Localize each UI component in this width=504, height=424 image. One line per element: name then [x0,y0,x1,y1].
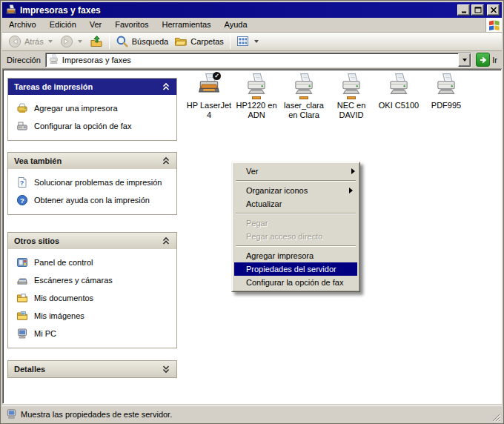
printer-pdf995[interactable]: PDF995 [422,73,470,120]
windows-flag-icon [488,19,501,32]
up-button[interactable] [87,33,106,50]
context-menu-item-agregar-impresora[interactable]: Agregar impresora [234,249,357,262]
printer-icon [244,73,269,98]
link-my-documents[interactable]: Mis documentos [8,289,176,307]
fax-icon [16,120,28,132]
default-printer-badge-icon: ✓ [213,72,221,80]
context-menu-item-pegar: Pegar [234,216,357,230]
shared-printer-base-icon [347,96,356,99]
panel-print-tasks-header[interactable]: Tareas de impresión [8,79,176,95]
task-label: Mi PC [34,328,56,339]
task-troubleshoot-printing[interactable]: Solucionar problemas de impresión [8,173,176,191]
collapse-panel-button[interactable] [162,236,170,246]
address-input[interactable]: Impresoras y faxes [45,53,471,67]
control-panel-icon [16,256,28,268]
panel-other-places-header[interactable]: Otros sitios [8,233,176,249]
chevron-up-icon [162,82,170,92]
link-my-pictures[interactable]: Mis imágenes [8,307,176,325]
close-icon [490,7,497,13]
panel-other-places: Otros sitios Panel de control Escáneres … [7,232,177,348]
submenu-arrow-icon [351,168,355,174]
printer-label: laser_clara en Clara [280,101,328,120]
standard-toolbar: Atrás Búsqueda Carpetas [2,33,502,51]
printer-icon [339,73,364,98]
views-dropdown-icon[interactable] [254,40,259,43]
link-scanners-cameras[interactable]: Escáneres y cámaras [8,271,176,289]
panel-title: Tareas de impresión [14,82,93,91]
context-menu-item-actualizar[interactable]: Actualizar [234,197,357,211]
printer-oki-c5100[interactable]: OKI C5100 [375,73,422,120]
collapse-panel-button[interactable] [162,82,170,92]
task-setup-fax[interactable]: Configurar la opción de fax [8,117,176,135]
printer-label: PDF995 [422,101,470,110]
menu-item-label: Organizar iconos [246,186,308,195]
context-menu-item-configurar-fax[interactable]: Configurar la opción de fax [234,276,357,289]
printer-hp1220-en-adn[interactable]: HP1220 en ADN [233,73,280,120]
search-button-label: Búsqueda [132,37,169,46]
go-button-label: Ir [492,56,497,64]
toolbar-separator [109,34,110,49]
back-icon [8,35,21,48]
views-button[interactable] [233,33,263,50]
task-sidebar: Tareas de impresión Agregar una impresor… [7,78,177,378]
printer-label: OKI C5100 [375,101,422,110]
shared-printer-base-icon [252,96,261,99]
printer-label: HP LaserJet 4 [185,101,233,120]
menu-separator [236,213,356,214]
printer-window-icon [5,4,17,16]
menu-archivo[interactable]: Archivo [2,18,43,32]
back-button[interactable]: Atrás [5,33,57,50]
task-label: Mis imágenes [34,310,84,321]
panel-print-tasks: Tareas de impresión Agregar una impresor… [7,78,177,141]
server-icon [6,408,17,420]
context-menu-item-ver[interactable]: Ver [234,165,357,178]
task-label: Escáneres y cámaras [34,274,113,285]
address-dropdown-button[interactable] [458,53,471,67]
link-my-computer[interactable]: Mi PC [8,325,176,342]
maximize-button[interactable] [471,4,484,16]
folders-button-label: Carpetas [190,37,224,46]
link-control-panel[interactable]: Panel de control [8,254,176,271]
context-menu-item-pegar-acceso-directo: Pegar acceso directo [234,230,357,243]
printers-list: ✓ HP LaserJet 4 HP1220 en ADN laser_clar… [185,73,470,120]
panel-see-also-header[interactable]: Vea también [8,153,176,169]
address-value: Impresoras y faxes [62,56,458,64]
add-printer-icon [16,102,28,114]
expand-panel-button[interactable] [162,364,170,374]
menu-herramientas[interactable]: Herramientas [156,18,218,32]
menu-ayuda[interactable]: Ayuda [218,18,254,32]
minimize-icon [460,7,468,13]
context-menu-item-organizar-iconos[interactable]: Organizar iconos [234,184,357,197]
forward-button[interactable] [57,33,87,50]
submenu-arrow-icon [349,188,353,193]
back-dropdown-icon[interactable] [48,40,53,43]
go-button[interactable] [476,53,490,67]
task-add-printer[interactable]: Agregar una impresora [8,99,176,117]
printer-nec-en-david[interactable]: NEC en DAVID [328,73,375,120]
menu-favoritos[interactable]: Favoritos [108,18,155,32]
context-menu-item-propiedades-del-servidor[interactable]: Propiedades del servidor [234,262,357,276]
task-label: Mis documentos [34,292,93,303]
menu-edicion[interactable]: Edición [43,18,83,32]
forward-dropdown-icon[interactable] [78,40,82,43]
menu-ver[interactable]: Ver [83,18,109,32]
printer-laser-clara-en-clara[interactable]: laser_clara en Clara [280,73,328,120]
panel-details-header[interactable]: Detalles [8,361,176,377]
close-button[interactable] [487,4,500,16]
printer-label: HP1220 en ADN [233,101,280,120]
menu-separator [236,180,356,182]
printer-icon [434,73,459,98]
title-bar[interactable]: Impresoras y faxes [2,2,502,18]
printer-hp-laserjet-4[interactable]: ✓ HP LaserJet 4 [185,73,233,120]
task-get-printing-help[interactable]: Obtener ayuda con la impresión [8,191,176,209]
panel-details: Detalles [7,360,177,378]
back-button-label: Atrás [24,37,44,46]
forward-icon [60,35,73,48]
folders-button[interactable]: Carpetas [171,33,227,50]
status-text: Muestra las propiedades de este servidor… [21,410,491,419]
search-button[interactable]: Búsqueda [113,33,172,50]
collapse-panel-button[interactable] [162,156,170,166]
help-icon [16,194,28,206]
resize-grip[interactable] [491,412,500,422]
minimize-button[interactable] [457,4,470,16]
